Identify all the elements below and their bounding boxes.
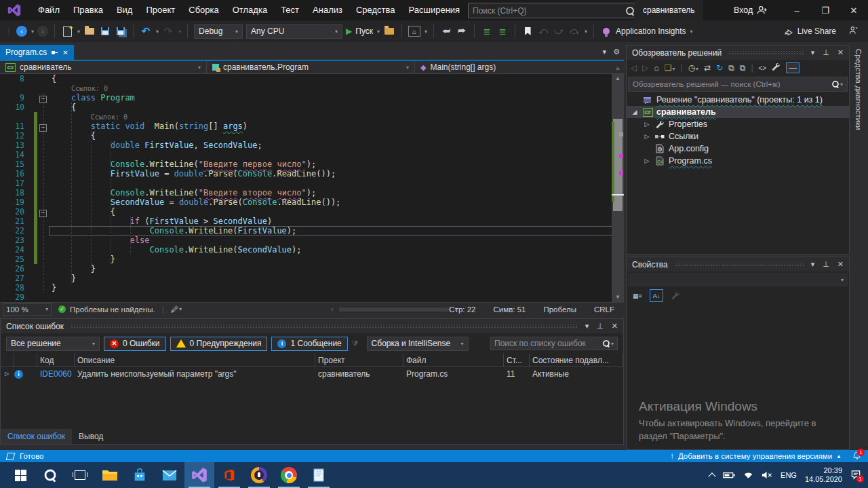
close-button[interactable]: ✕ xyxy=(840,0,868,20)
start-debugging-button[interactable]: ▶Пуск▾ xyxy=(346,26,380,36)
menu-item-6[interactable]: Тест xyxy=(274,0,306,20)
menu-item-3[interactable]: Проект xyxy=(139,0,182,20)
code-line-lens[interactable]: Ссылок: 0 xyxy=(0,83,624,93)
code-line-11[interactable]: 11– static void Main(string[] args) xyxy=(0,121,624,131)
taskbar-visual-studio-icon[interactable] xyxy=(184,462,214,488)
home-icon[interactable]: ⌂ xyxy=(654,63,658,73)
code-line-13[interactable]: 13 double FirstValue, SecondValue; xyxy=(0,140,624,150)
view-code-icon[interactable]: <> xyxy=(759,64,767,72)
pin-icon[interactable]: ⊥ xyxy=(823,260,829,269)
window-position-dropdown-icon[interactable]: ▾ xyxy=(585,322,589,331)
new-dropdown-icon[interactable]: ▾ xyxy=(77,29,80,35)
code-line-23[interactable]: 23 else xyxy=(0,236,624,245)
minimize-button[interactable]: – xyxy=(783,0,811,20)
back-icon[interactable]: ◁ xyxy=(631,63,637,73)
code-line-10[interactable]: 10 { xyxy=(0,102,624,112)
collapsed-arrow-icon[interactable]: ▷ xyxy=(643,121,651,128)
bookmark-button[interactable] xyxy=(521,25,534,37)
navigate-forward-icon[interactable]: ⮫ xyxy=(456,25,468,37)
save-all-button[interactable] xyxy=(115,25,127,37)
sync-with-active-document-icon[interactable]: ⇄ xyxy=(704,63,711,73)
breadcrumb-type-dropdown[interactable]: сравниватель.Program ▾ xyxy=(207,61,415,73)
configuration-dropdown[interactable]: Debug▾ xyxy=(194,24,243,39)
code-line-14[interactable]: 14 xyxy=(0,150,624,159)
pin-icon[interactable] xyxy=(52,50,58,56)
back-dropdown-icon[interactable]: ▾ xyxy=(31,29,34,35)
code-line-29[interactable]: 29 xyxy=(0,293,624,302)
find-in-files-icon[interactable] xyxy=(383,25,395,37)
language-indicator[interactable]: ENG xyxy=(781,471,797,479)
tree-item-5[interactable]: ▷C#Program.cs xyxy=(627,155,849,167)
split-editor-grip[interactable]: ⌗ xyxy=(612,64,624,74)
row-expander-icon[interactable]: ▷ xyxy=(1,371,14,377)
editor-vertical-scrollbar[interactable]: ⌗ ▲ ▼ xyxy=(612,74,624,302)
menu-item-4[interactable]: Сборка xyxy=(182,0,226,20)
solution-explorer-search-box[interactable]: Обозреватель решений — поиск (Ctrl+ж) ▾ xyxy=(628,77,848,92)
menu-item-9[interactable]: Расширения xyxy=(402,0,467,20)
taskbar-search-icon[interactable] xyxy=(35,462,65,488)
live-share-button[interactable]: Live Share xyxy=(784,26,836,36)
tree-item-2[interactable]: ▷Properties xyxy=(627,118,849,130)
tab-close-icon[interactable]: ✕ xyxy=(62,49,68,56)
code-line-28[interactable]: 28} xyxy=(0,283,624,293)
window-position-dropdown-icon[interactable]: ▾ xyxy=(811,260,815,269)
bookmark-dropdown-icon[interactable]: ▾ xyxy=(585,29,587,35)
properties-wrench-icon[interactable] xyxy=(772,62,781,73)
show-all-files-icon[interactable]: ⧉ xyxy=(740,63,746,73)
diagnostics-side-tab[interactable]: Средства диагностики xyxy=(850,42,868,450)
clock[interactable]: 20:39 14.05.2020 xyxy=(805,466,842,484)
app-insights-dropdown-icon[interactable]: ▾ xyxy=(690,29,693,35)
save-button[interactable] xyxy=(99,25,111,37)
taskbar-taskview-icon[interactable] xyxy=(65,462,95,488)
navigate-back-button[interactable]: ‹ xyxy=(16,26,27,37)
home-dropdown-icon[interactable]: ▾ xyxy=(425,29,427,35)
taskbar-notepad-icon[interactable] xyxy=(304,462,334,488)
code-cleanup-dropdown-icon[interactable]: ▾ xyxy=(179,306,182,312)
taskbar-office-icon[interactable] xyxy=(214,462,244,488)
column-header-5[interactable]: Состояние подавл... xyxy=(530,354,623,367)
warnings-filter-button[interactable]: 0 Предупреждения xyxy=(170,337,268,351)
scope-dropdown[interactable]: Все решение▾ xyxy=(6,337,100,351)
editor-horizontal-scrollbar[interactable] xyxy=(339,307,451,312)
code-cleanup-icon[interactable]: 🖉 xyxy=(171,305,179,314)
navigate-backward-icon[interactable]: ⮨ xyxy=(440,25,452,37)
tree-item-0[interactable]: Решение "сравниватель" (проекты: 1 из 1) xyxy=(627,94,849,106)
forward-icon[interactable]: ▷ xyxy=(642,63,648,73)
scroll-up-icon[interactable]: ▲ xyxy=(612,74,624,83)
menu-item-7[interactable]: Анализ xyxy=(306,0,349,20)
wifi-icon[interactable] xyxy=(743,471,753,479)
tree-item-4[interactable]: App.config xyxy=(627,143,849,155)
code-line-19[interactable]: 19 SecondValue = double.Parse(Console.Re… xyxy=(0,198,624,207)
hscroll-left-icon[interactable]: ‹ xyxy=(331,305,333,313)
property-pages-wrench-icon[interactable] xyxy=(669,289,682,302)
breadcrumb-project-dropdown[interactable]: C# сравниватель ▾ xyxy=(0,61,207,73)
scroll-down-icon[interactable]: ▼ xyxy=(612,293,624,302)
codelens-references[interactable]: Ссылок: 0 xyxy=(71,85,108,92)
tab-program-cs[interactable]: Program.cs ✕ xyxy=(0,45,74,60)
navigate-forward-button[interactable]: › xyxy=(37,26,48,37)
code-line-26[interactable]: 26 } xyxy=(0,264,624,274)
feedback-icon[interactable] xyxy=(849,26,859,37)
action-center-icon[interactable]: 1 xyxy=(850,470,861,481)
error-list-search-box[interactable]: Поиск по списку ошибок ▾ xyxy=(490,337,618,350)
prev-bookmark-button[interactable]: ⤺ xyxy=(537,25,549,37)
code-line-8[interactable]: 8{ xyxy=(0,74,624,83)
code-line-12[interactable]: 12 { xyxy=(0,131,624,140)
tree-item-3[interactable]: ▷Ссылки xyxy=(627,130,849,143)
close-icon[interactable]: ✕ xyxy=(837,48,844,57)
line-ending-indicator[interactable]: CRLF xyxy=(594,305,614,314)
multi-filter-icon[interactable]: ⧩ xyxy=(352,339,359,348)
code-line-25[interactable]: 25 } xyxy=(0,255,624,264)
properties-header[interactable]: Свойства ▾ ⊥ ✕ xyxy=(627,257,849,271)
messages-filter-button[interactable]: i 1 Сообщение xyxy=(271,337,347,351)
quick-search-box[interactable]: Поиск (Ctrl+Q) xyxy=(468,3,639,18)
menu-item-0[interactable]: Файл xyxy=(31,0,66,20)
application-insights-icon[interactable] xyxy=(600,25,612,37)
taskbar-explorer-icon[interactable] xyxy=(95,462,125,488)
decrease-indent-icon[interactable]: ≣ xyxy=(481,25,493,37)
build-intellisense-dropdown[interactable]: Сборка и IntelliSense▾ xyxy=(367,337,469,351)
column-header-4[interactable]: Ст... xyxy=(504,354,530,367)
add-to-source-control-button[interactable]: Добавить в систему управления версиями xyxy=(678,452,832,460)
column-header-0[interactable]: Код xyxy=(37,354,75,367)
taskbar-chrome-icon[interactable] xyxy=(274,462,304,488)
